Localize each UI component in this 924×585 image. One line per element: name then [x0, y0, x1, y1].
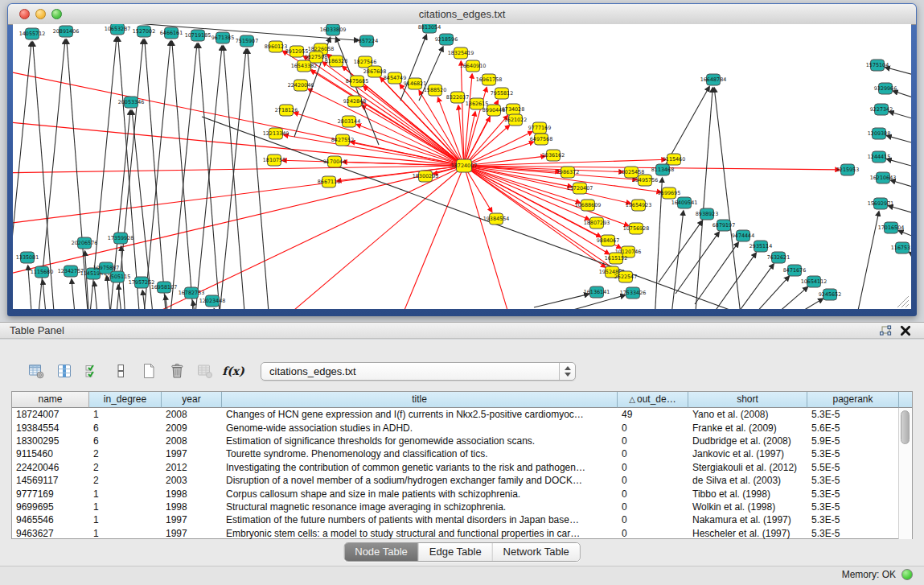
table-row[interactable]: 1938455462009Genome-wide association stu…	[12, 421, 899, 434]
graph-edge[interactable]	[219, 49, 246, 309]
column-header-in-degree[interactable]: in_degree	[89, 392, 162, 408]
graph-edge[interactable]	[143, 41, 170, 309]
scrollbar-thumb[interactable]	[901, 410, 910, 444]
table-row[interactable]: 1830029562008Estimation of significance …	[12, 435, 899, 447]
resize-grip-icon[interactable]	[897, 296, 909, 307]
table-row[interactable]: 969969511998Structural magnetic resonanc…	[12, 501, 899, 513]
memory-indicator-icon[interactable]	[901, 569, 913, 580]
graph-edge[interactable]	[909, 252, 911, 259]
graph-edge[interactable]	[695, 242, 738, 304]
table-options-button[interactable]	[27, 362, 45, 380]
graph-edge[interactable]	[43, 280, 47, 309]
graph-node[interactable]: 16648784	[700, 74, 727, 85]
graph-node[interactable]: 7955812	[491, 88, 513, 99]
graph-node[interactable]: 9227342	[870, 104, 893, 115]
graph-edge[interactable]	[887, 159, 911, 168]
select-all-button[interactable]	[84, 362, 101, 380]
column-header-year[interactable]: year	[162, 392, 222, 408]
graph-edge[interactable]	[889, 112, 911, 121]
graph-node[interactable]: 22420046	[288, 80, 314, 91]
cell-entry-button[interactable]	[112, 362, 129, 380]
tab-edge-table[interactable]: Edge Table	[419, 543, 493, 561]
table-row[interactable]: 1456911722003Disruption of a novel membe…	[12, 474, 899, 487]
graph-node[interactable]: 9245652	[819, 289, 841, 300]
graph-node[interactable]: 8960123	[265, 41, 287, 52]
graph-node[interactable]: 6879197	[713, 220, 735, 231]
graph-edge[interactable]	[13, 166, 464, 173]
show-column-button[interactable]	[55, 362, 73, 380]
graph-node[interactable]: 10719185	[185, 30, 211, 41]
graph-node[interactable]: 9474444	[732, 230, 754, 241]
graph-node[interactable]: 20891406	[53, 26, 80, 37]
graph-edge[interactable]	[464, 131, 532, 166]
graph-node[interactable]: 20053346	[118, 97, 145, 108]
graph-edge[interactable]	[655, 178, 662, 309]
graph-node[interactable]: 1588520	[424, 84, 446, 96]
graph-node[interactable]: 19654923	[626, 200, 652, 211]
graph-node[interactable]: 2718126	[275, 105, 298, 116]
graph-node[interactable]: 8113468	[651, 164, 674, 175]
graph-node[interactable]: 16409541	[671, 197, 698, 208]
graph-edge[interactable]	[891, 180, 911, 189]
graph-edge[interactable]	[94, 282, 98, 309]
graph-edge[interactable]	[766, 287, 807, 309]
graph-node[interactable]: 16210643	[870, 172, 897, 183]
graph-edge[interactable]	[885, 68, 911, 76]
graph-node[interactable]: 1209388	[868, 128, 890, 139]
graph-edge[interactable]	[278, 166, 464, 309]
graph-node[interactable]: 1810755	[263, 154, 285, 166]
graph-edge[interactable]	[553, 295, 625, 309]
tab-node-table[interactable]: Node Table	[344, 543, 419, 561]
graph-node[interactable]: 9671385	[211, 32, 234, 43]
graph-node[interactable]: 7632621	[767, 252, 790, 263]
tab-network-table[interactable]: Network Table	[493, 543, 580, 561]
graph-node[interactable]: 17359928	[108, 233, 134, 244]
graph-edge[interactable]	[72, 279, 76, 309]
graph-node[interactable]: 8471676	[783, 265, 806, 276]
graph-node[interactable]: 8813054	[418, 24, 441, 33]
graph-node[interactable]: 15720407	[567, 183, 593, 194]
column-header-out-de-[interactable]: △out_de…	[618, 392, 688, 408]
graph-node[interactable]: 1335081	[16, 252, 39, 263]
graph-edge[interactable]	[464, 159, 666, 166]
graph-edge[interactable]	[534, 294, 589, 307]
graph-node[interactable]: 18325419	[448, 47, 474, 59]
graph-edge[interactable]	[898, 231, 911, 239]
graph-node[interactable]: 16640910	[460, 60, 487, 72]
graph-edge[interactable]	[671, 211, 684, 309]
graph-edge[interactable]	[893, 91, 911, 100]
graph-edge[interactable]	[887, 136, 911, 145]
graph-node[interactable]: 9170044	[323, 156, 346, 167]
graph-node[interactable]: 16033809	[320, 24, 347, 35]
graph-edge[interactable]	[170, 43, 197, 309]
create-table-button[interactable]	[140, 362, 158, 380]
graph-node[interactable]: 2935114	[749, 241, 772, 252]
graph-node[interactable]: 2036162	[542, 150, 565, 161]
graph-edge[interactable]	[195, 46, 222, 309]
graph-node[interactable]: 1244415	[868, 151, 890, 163]
graph-node[interactable]: 8667110	[318, 176, 340, 187]
graph-node[interactable]: 16961758	[476, 74, 503, 85]
network-svg[interactable]: 1872400718300295896012389129551822605898…	[13, 24, 911, 309]
table-row[interactable]: 1872400712008Changes of HCN gene express…	[12, 408, 899, 421]
graph-node[interactable]: 2803144	[338, 116, 360, 127]
table-row[interactable]: 977716911998Corpus callosum shape and si…	[12, 487, 899, 500]
graph-edge[interactable]	[400, 35, 426, 101]
graph-edge[interactable]	[714, 88, 741, 309]
network-canvas[interactable]: 1872400718300295896012389129551822605898…	[13, 24, 911, 309]
table-row[interactable]: 946362711997Embryonic stem cells: a mode…	[12, 527, 899, 540]
graph-edge[interactable]	[856, 212, 879, 309]
graph-node[interactable]: 6497568	[530, 134, 552, 145]
graph-node[interactable]: 14055712	[19, 28, 46, 39]
float-window-icon[interactable]	[879, 325, 892, 336]
delete-table-button[interactable]	[168, 362, 186, 380]
graph-node[interactable]: 1527002	[133, 26, 155, 37]
graph-node[interactable]: 8938923	[696, 208, 718, 220]
graph-node[interactable]: 1575104	[866, 60, 889, 71]
table-scrollbar[interactable]	[898, 408, 912, 539]
table-row[interactable]: 946554611997Estimation of the future num…	[12, 513, 899, 526]
column-header-title[interactable]: title	[222, 392, 618, 408]
import-table-button[interactable]	[196, 362, 214, 380]
graph-edge[interactable]	[889, 206, 911, 215]
column-header-pagerank[interactable]: pagerank	[807, 392, 899, 408]
